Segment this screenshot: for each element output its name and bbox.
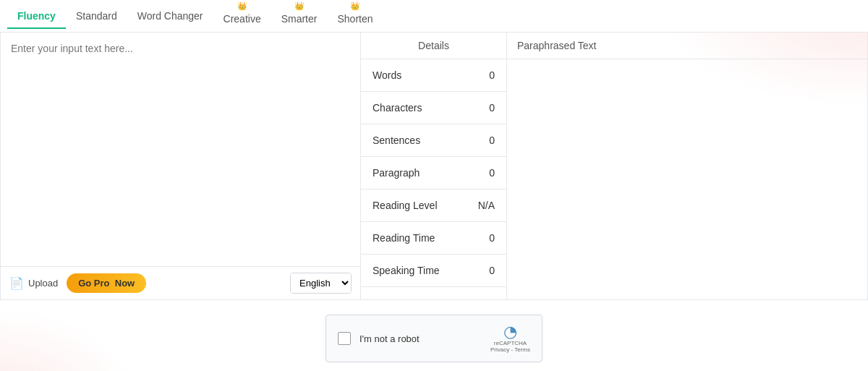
detail-label-6: Speaking Time: [373, 265, 440, 276]
output-column: Paraphrased Text: [507, 33, 867, 299]
tab-label-shorten: Shorten: [337, 13, 373, 25]
tab-label-standard: Standard: [76, 10, 117, 22]
bottom-section: I'm not a robot ◔ reCAPTCHA Privacy - Te…: [0, 300, 868, 371]
detail-value-1: 0: [489, 102, 495, 114]
captcha-logo: ◔ reCAPTCHA Privacy - Terms: [490, 324, 530, 353]
crown-icon-shorten: 👑: [350, 1, 360, 11]
tab-word-changer[interactable]: Word Changer: [127, 3, 213, 29]
recaptcha-privacy: Privacy - Terms: [490, 346, 530, 353]
upload-icon: 📄: [9, 276, 24, 290]
main-container: FluencyStandardWord Changer👑Creative👑Sma…: [0, 0, 868, 371]
text-input[interactable]: [11, 43, 350, 256]
captcha-label: I'm not a robot: [359, 333, 482, 344]
detail-label-2: Sentences: [373, 135, 420, 146]
tab-shorten[interactable]: 👑Shorten: [327, 0, 383, 32]
tab-standard[interactable]: Standard: [66, 3, 127, 29]
detail-value-3: 0: [489, 167, 495, 179]
go-pro-emphasis: Now: [115, 278, 135, 289]
language-selector[interactable]: English Spanish French: [290, 273, 352, 294]
detail-value-6: 0: [489, 265, 495, 276]
detail-row-2: Sentences0: [361, 124, 506, 157]
detail-row-0: Words0: [361, 59, 506, 92]
input-footer: 📄 Upload Go Pro Now English Spanish Fren…: [1, 266, 360, 299]
tab-label-word-changer: Word Changer: [137, 10, 203, 22]
input-column: 📄 Upload Go Pro Now English Spanish Fren…: [1, 33, 361, 299]
go-pro-button[interactable]: Go Pro Now: [67, 273, 146, 293]
tab-creative[interactable]: 👑Creative: [213, 0, 271, 32]
detail-row-1: Characters0: [361, 92, 506, 124]
detail-label-0: Words: [373, 69, 401, 81]
detail-label-1: Characters: [373, 102, 422, 114]
detail-value-0: 0: [489, 69, 495, 81]
details-rows: Words0Characters0Sentences0Paragraph0Rea…: [361, 59, 506, 287]
recaptcha-icon: ◔: [503, 324, 517, 340]
captcha-checkbox[interactable]: [338, 332, 351, 345]
details-column: Details Words0Characters0Sentences0Parag…: [361, 33, 507, 299]
detail-row-4: Reading LevelN/A: [361, 189, 506, 222]
detail-row-3: Paragraph0: [361, 157, 506, 189]
captcha-box: I'm not a robot ◔ reCAPTCHA Privacy - Te…: [326, 315, 542, 362]
detail-label-3: Paragraph: [373, 167, 420, 179]
upload-label: Upload: [28, 278, 58, 289]
tab-label-fluency: Fluency: [17, 10, 56, 22]
upload-button[interactable]: 📄 Upload: [9, 276, 58, 290]
detail-row-5: Reading Time0: [361, 222, 506, 255]
language-dropdown[interactable]: English Spanish French: [291, 273, 351, 293]
detail-value-4: N/A: [478, 200, 495, 211]
tab-fluency[interactable]: Fluency: [7, 3, 66, 29]
tab-label-creative: Creative: [224, 13, 261, 25]
crown-icon-creative: 👑: [237, 1, 247, 11]
tabs-row: FluencyStandardWord Changer👑Creative👑Sma…: [0, 0, 868, 33]
go-pro-text: Go Pro: [78, 278, 109, 289]
details-header: Details: [361, 33, 506, 59]
tab-label-smarter: Smarter: [281, 13, 318, 25]
output-header: Paraphrased Text: [507, 33, 867, 59]
detail-label-5: Reading Time: [373, 232, 435, 244]
detail-label-4: Reading Level: [373, 200, 438, 211]
input-area: [1, 33, 360, 266]
detail-value-5: 0: [489, 232, 495, 244]
recaptcha-brand: reCAPTCHA: [494, 340, 527, 346]
columns-row: 📄 Upload Go Pro Now English Spanish Fren…: [0, 33, 868, 300]
detail-row-6: Speaking Time0: [361, 255, 506, 287]
crown-icon-smarter: 👑: [294, 1, 305, 11]
tab-smarter[interactable]: 👑Smarter: [271, 0, 328, 32]
detail-value-2: 0: [489, 135, 495, 146]
